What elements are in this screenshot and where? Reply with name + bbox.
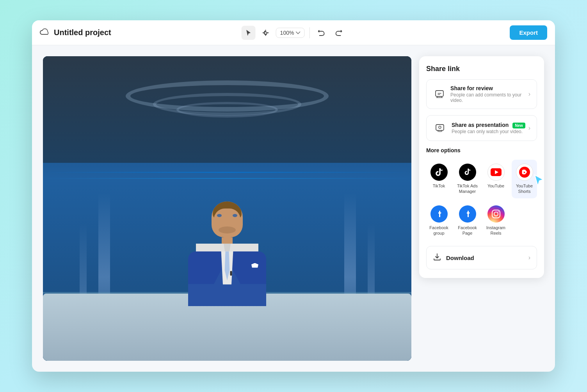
svg-rect-7 <box>492 210 500 218</box>
share-as-presentation-text: Share as presentation New People can onl… <box>452 122 525 134</box>
share-for-review-title: Share for review <box>450 85 528 91</box>
youtube-shorts-icon <box>516 164 533 181</box>
project-title: Untitled project <box>54 28 111 37</box>
select-tool-button[interactable] <box>242 26 256 40</box>
tiktok-ads-label: TikTok Ads Manager <box>456 183 478 194</box>
pan-tool-button[interactable] <box>259 26 273 40</box>
more-options-title: More options <box>426 147 537 153</box>
download-icon <box>433 253 441 263</box>
tiktok-option[interactable]: TikTok <box>426 160 452 198</box>
share-as-presentation-option[interactable]: Share as presentation New People can onl… <box>426 115 537 141</box>
tiktok-label: TikTok <box>433 183 445 189</box>
header-right: Export <box>510 25 547 40</box>
youtube-shorts-option[interactable]: YouTube Shorts <box>512 160 537 198</box>
cursor-indicator <box>533 174 545 189</box>
facebook-page-label: Facebook Page <box>456 225 478 236</box>
header-divider <box>309 27 310 38</box>
share-as-presentation-subtitle: People can only watch your video. <box>452 129 525 134</box>
social-grid: TikTok TikTok Ads Manager <box>426 160 537 240</box>
instagram-reels-icon <box>487 205 505 223</box>
youtube-label: YouTube <box>487 183 504 189</box>
export-button[interactable]: Export <box>510 25 547 40</box>
share-panel: Share link Share for review People can a… <box>419 56 544 278</box>
svg-rect-2 <box>436 125 444 130</box>
download-option[interactable]: Download › <box>426 246 537 269</box>
tiktok-ads-option[interactable]: TikTok Ads Manager <box>455 160 480 198</box>
person-figure <box>188 201 266 306</box>
svg-point-9 <box>498 211 498 212</box>
share-for-review-left: Share for review People can add comments… <box>433 85 528 103</box>
instagram-reels-label: Instagram Reels <box>485 225 507 236</box>
share-for-review-text: Share for review People can add comments… <box>450 85 528 103</box>
zoom-level: 100% <box>280 30 294 36</box>
share-for-review-subtitle: People can add comments to your video. <box>450 92 528 103</box>
new-badge: New <box>512 123 525 128</box>
download-label: Download <box>446 255 474 261</box>
video-placeholder <box>43 56 411 361</box>
cloud-icon <box>40 27 50 38</box>
undo-button[interactable] <box>314 26 328 40</box>
share-as-presentation-icon <box>433 121 447 135</box>
share-as-presentation-chevron: › <box>528 125 530 132</box>
facebook-page-icon <box>459 205 476 223</box>
facebook-group-label: Facebook group <box>428 225 450 236</box>
share-as-presentation-title: Share as presentation New <box>452 122 525 128</box>
download-left: Download <box>433 253 474 263</box>
share-panel-title: Share link <box>426 65 537 73</box>
video-area <box>43 56 411 361</box>
share-for-review-option[interactable]: Share for review People can add comments… <box>426 79 537 109</box>
tiktok-icon <box>430 164 448 181</box>
facebook-group-icon <box>430 205 448 223</box>
app-window: Untitled project 100% <box>32 20 555 372</box>
youtube-shorts-label: YouTube Shorts <box>513 183 535 194</box>
main-content: Share link Share for review People can a… <box>32 45 555 372</box>
share-as-presentation-left: Share as presentation New People can onl… <box>433 121 525 135</box>
svg-point-8 <box>494 212 498 216</box>
facebook-group-option[interactable]: Facebook group <box>426 201 452 240</box>
header: Untitled project 100% <box>32 20 555 45</box>
header-center: 100% <box>242 26 346 40</box>
download-chevron: › <box>528 254 530 261</box>
redo-button[interactable] <box>331 26 345 40</box>
zoom-control[interactable]: 100% <box>276 28 305 38</box>
svg-point-3 <box>439 126 441 128</box>
share-for-review-icon <box>433 87 446 101</box>
facebook-page-option[interactable]: Facebook Page <box>455 201 480 240</box>
instagram-reels-option[interactable]: Instagram Reels <box>483 201 509 240</box>
tiktok-ads-icon <box>459 164 476 181</box>
youtube-icon <box>487 164 505 181</box>
youtube-option[interactable]: YouTube <box>483 160 509 198</box>
share-for-review-chevron: › <box>528 91 530 98</box>
